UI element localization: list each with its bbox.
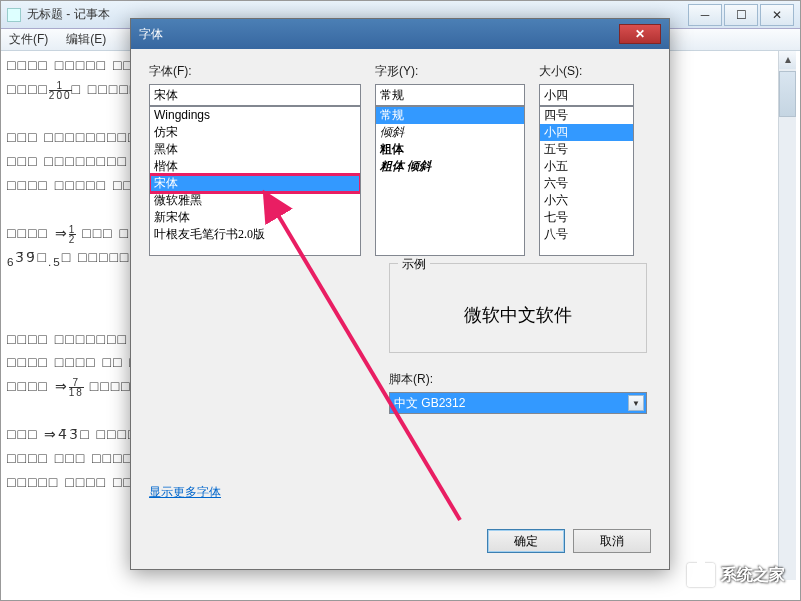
minimize-button[interactable]: ─ xyxy=(688,4,722,26)
size-option[interactable]: 五号 xyxy=(540,141,633,158)
size-option[interactable]: 小六 xyxy=(540,192,633,209)
style-option[interactable]: 倾斜 xyxy=(376,124,524,141)
size-input[interactable] xyxy=(539,84,634,106)
font-input[interactable] xyxy=(149,84,361,106)
font-option[interactable]: 新宋体 xyxy=(150,209,360,226)
scroll-up-icon[interactable]: ▴ xyxy=(779,51,796,69)
font-label: 字体(F): xyxy=(149,63,361,80)
watermark-text: 系统之家 xyxy=(721,565,785,586)
font-dialog: 字体 ✕ 字体(F): Wingdings仿宋黑体楷体宋体微软雅黑新宋体叶根友毛… xyxy=(130,18,670,570)
menu-edit[interactable]: 编辑(E) xyxy=(62,29,110,50)
notepad-icon xyxy=(7,8,21,22)
sample-text: 微软中文软件 xyxy=(464,303,572,327)
chevron-down-icon: ▼ xyxy=(628,395,644,411)
size-option[interactable]: 小五 xyxy=(540,158,633,175)
font-option[interactable]: Wingdings xyxy=(150,107,360,124)
size-option[interactable]: 四号 xyxy=(540,107,633,124)
size-column: 大小(S): 四号小四五号小五六号小六七号八号 xyxy=(539,63,634,256)
script-value: 中文 GB2312 xyxy=(394,395,465,412)
dialog-title: 字体 xyxy=(139,26,619,43)
dialog-buttons: 确定 取消 xyxy=(487,529,651,553)
vertical-scrollbar[interactable]: ▴ xyxy=(778,51,796,580)
script-combobox[interactable]: 中文 GB2312 ▼ xyxy=(389,392,647,414)
font-option[interactable]: 宋体 xyxy=(150,175,360,192)
scroll-thumb[interactable] xyxy=(779,71,796,117)
size-option[interactable]: 小四 xyxy=(540,124,633,141)
size-option[interactable]: 八号 xyxy=(540,226,633,243)
size-option[interactable]: 六号 xyxy=(540,175,633,192)
window-controls: ─ ☐ ✕ xyxy=(688,4,794,26)
close-button[interactable]: ✕ xyxy=(760,4,794,26)
watermark-icon xyxy=(687,563,715,587)
font-option[interactable]: 楷体 xyxy=(150,158,360,175)
dialog-close-button[interactable]: ✕ xyxy=(619,24,661,44)
maximize-button[interactable]: ☐ xyxy=(724,4,758,26)
font-option[interactable]: 微软雅黑 xyxy=(150,192,360,209)
dialog-body: 字体(F): Wingdings仿宋黑体楷体宋体微软雅黑新宋体叶根友毛笔行书2.… xyxy=(131,49,669,569)
font-option[interactable]: 黑体 xyxy=(150,141,360,158)
ok-button[interactable]: 确定 xyxy=(487,529,565,553)
show-more-fonts-link[interactable]: 显示更多字体 xyxy=(149,484,221,501)
size-listbox[interactable]: 四号小四五号小五六号小六七号八号 xyxy=(539,106,634,256)
sample-label: 示例 xyxy=(398,256,430,273)
style-listbox[interactable]: 常规倾斜粗体粗体 倾斜 xyxy=(375,106,525,256)
cancel-button[interactable]: 取消 xyxy=(573,529,651,553)
style-option[interactable]: 常规 xyxy=(376,107,524,124)
style-option[interactable]: 粗体 倾斜 xyxy=(376,158,524,175)
font-option[interactable]: 仿宋 xyxy=(150,124,360,141)
dialog-titlebar: 字体 ✕ xyxy=(131,19,669,49)
script-label: 脚本(R): xyxy=(389,371,647,388)
style-column: 字形(Y): 常规倾斜粗体粗体 倾斜 xyxy=(375,63,525,256)
sample-group: 示例 微软中文软件 xyxy=(389,263,647,367)
size-label: 大小(S): xyxy=(539,63,634,80)
menu-file[interactable]: 文件(F) xyxy=(5,29,52,50)
style-option[interactable]: 粗体 xyxy=(376,141,524,158)
watermark: 系统之家 xyxy=(687,563,785,587)
font-column: 字体(F): Wingdings仿宋黑体楷体宋体微软雅黑新宋体叶根友毛笔行书2.… xyxy=(149,63,361,256)
font-listbox[interactable]: Wingdings仿宋黑体楷体宋体微软雅黑新宋体叶根友毛笔行书2.0版 xyxy=(149,106,361,256)
size-option[interactable]: 七号 xyxy=(540,209,633,226)
style-input[interactable] xyxy=(375,84,525,106)
script-group: 脚本(R): 中文 GB2312 ▼ xyxy=(389,371,647,414)
font-option[interactable]: 叶根友毛笔行书2.0版 xyxy=(150,226,360,243)
style-label: 字形(Y): xyxy=(375,63,525,80)
